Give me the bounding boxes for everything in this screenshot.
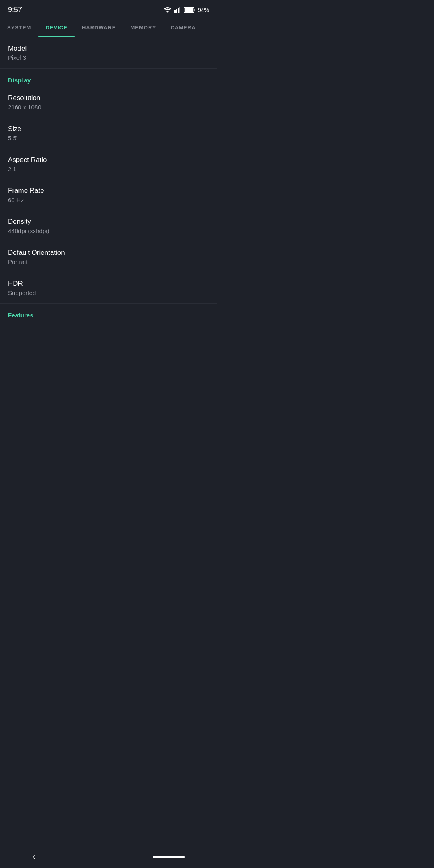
frame-rate-label: Frame Rate xyxy=(8,187,209,195)
density-value: 440dpi (xxhdpi) xyxy=(8,227,209,234)
hdr-label: HDR xyxy=(8,280,209,288)
bottom-padding xyxy=(0,322,217,350)
features-section-header: Features xyxy=(0,304,217,322)
svg-rect-5 xyxy=(185,8,193,12)
svg-rect-0 xyxy=(174,10,176,13)
resolution-label: Resolution xyxy=(8,94,209,102)
wifi-icon xyxy=(163,7,172,13)
hdr-item: HDR Supported xyxy=(0,272,217,303)
orientation-value: Portrait xyxy=(8,258,209,265)
density-label: Density xyxy=(8,218,209,226)
tab-memory[interactable]: MEMORY xyxy=(123,18,163,37)
aspect-ratio-item: Aspect Ratio 2:1 xyxy=(0,149,217,180)
hdr-value: Supported xyxy=(8,289,209,296)
display-section-header: Display xyxy=(0,69,217,87)
svg-rect-2 xyxy=(178,8,179,13)
tab-camera[interactable]: CAMERA xyxy=(163,18,203,37)
battery-percentage: 94% xyxy=(198,7,209,13)
status-icons: 94% xyxy=(163,7,209,13)
svg-rect-3 xyxy=(179,7,180,13)
svg-rect-1 xyxy=(176,9,177,13)
battery-icon xyxy=(184,7,195,13)
status-bar: 9:57 94% xyxy=(0,0,217,18)
content: Model Pixel 3 Display Resolution 2160 x … xyxy=(0,37,217,350)
size-value: 5.5" xyxy=(8,135,209,141)
status-time: 9:57 xyxy=(8,6,22,14)
signal-icon xyxy=(174,7,182,13)
density-item: Density 440dpi (xxhdpi) xyxy=(0,211,217,242)
resolution-item: Resolution 868 x 434 xyxy=(0,87,217,118)
tab-system[interactable]: SYSTEM xyxy=(0,18,38,37)
model-item: Model Pixel 3 xyxy=(0,37,217,68)
orientation-label: Default Orientation xyxy=(8,249,209,257)
frame-rate-value: 60 Hz xyxy=(8,197,209,203)
model-label: Model xyxy=(8,45,209,53)
frame-rate-item: Frame Rate 60 Hz xyxy=(0,180,217,211)
resolution-value: 868 x 434 xyxy=(8,104,209,111)
tab-bar: SYSTEM DEVICE HARDWARE MEMORY CAMERA xyxy=(0,18,217,37)
orientation-item: Default Orientation Portrait xyxy=(0,242,217,272)
model-value: Pixel 3 xyxy=(8,54,209,61)
size-label: Size xyxy=(8,125,209,133)
aspect-ratio-value: 2:1 xyxy=(8,166,209,172)
aspect-ratio-label: Aspect Ratio xyxy=(8,156,209,164)
tab-device[interactable]: DEVICE xyxy=(38,18,74,37)
size-item: Size 5.5" xyxy=(0,118,217,149)
tab-hardware[interactable]: HARDWARE xyxy=(75,18,123,37)
